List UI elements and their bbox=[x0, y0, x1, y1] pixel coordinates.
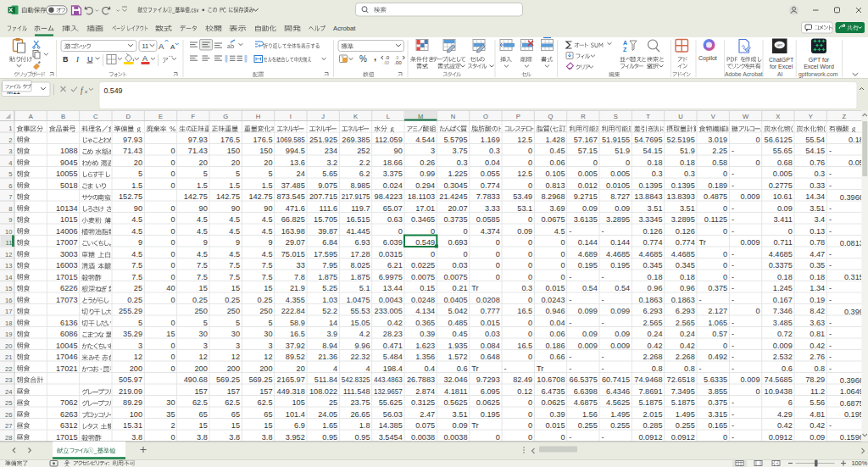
svg-text:2.565: 2.565 bbox=[676, 319, 695, 327]
svg-text:0: 0 bbox=[723, 433, 727, 442]
svg-text:6226: 6226 bbox=[60, 284, 77, 292]
svg-text:6.6398: 6.6398 bbox=[574, 387, 598, 396]
svg-text:0: 0 bbox=[626, 158, 630, 167]
svg-text:Tr: Tr bbox=[471, 364, 478, 373]
svg-text:5.1: 5.1 bbox=[359, 284, 370, 292]
svg-text:0.0912: 0.0912 bbox=[671, 433, 695, 442]
svg-text:108.022: 108.022 bbox=[309, 387, 337, 396]
svg-text:4.4685: 4.4685 bbox=[606, 250, 630, 259]
svg-text:-: - bbox=[732, 227, 734, 236]
svg-text:0.375: 0.375 bbox=[708, 398, 727, 407]
svg-text:0.144: 0.144 bbox=[610, 238, 630, 247]
svg-text:1.065: 1.065 bbox=[708, 319, 727, 327]
svg-text:0.1125: 0.1125 bbox=[704, 215, 727, 224]
svg-text:5: 5 bbox=[138, 319, 142, 327]
svg-text:4.5: 4.5 bbox=[229, 250, 240, 259]
svg-text:0.186: 0.186 bbox=[546, 342, 565, 350]
svg-text:0.39: 0.39 bbox=[420, 330, 435, 338]
svg-text:6136: 6136 bbox=[60, 319, 77, 327]
svg-text:0.015: 0.015 bbox=[546, 284, 565, 292]
svg-text:0.1863: 0.1863 bbox=[638, 296, 662, 304]
svg-text:1.5: 1.5 bbox=[131, 181, 142, 190]
svg-text:0.126: 0.126 bbox=[643, 227, 663, 236]
svg-text:4.81: 4.81 bbox=[810, 410, 825, 419]
svg-text:56.6125: 56.6125 bbox=[765, 136, 793, 144]
svg-text:60.7415: 60.7415 bbox=[602, 375, 630, 384]
svg-text:33: 33 bbox=[297, 261, 305, 270]
svg-text:4.47: 4.47 bbox=[810, 250, 825, 259]
svg-text:1.495: 1.495 bbox=[676, 410, 695, 419]
svg-text:-: - bbox=[829, 284, 832, 292]
svg-text:4.1811: 4.1811 bbox=[444, 387, 467, 396]
svg-text:0: 0 bbox=[496, 273, 500, 281]
svg-text:25: 25 bbox=[134, 284, 142, 292]
svg-text:13.8843: 13.8843 bbox=[634, 192, 662, 201]
svg-text:2.268: 2.268 bbox=[643, 353, 663, 361]
svg-text:4.6875: 4.6875 bbox=[574, 398, 598, 407]
svg-text:0.0075: 0.0075 bbox=[411, 273, 435, 281]
svg-text:-: - bbox=[732, 170, 734, 178]
svg-text:11.2: 11.2 bbox=[810, 387, 825, 396]
svg-text:15: 15 bbox=[264, 284, 272, 292]
svg-text:65: 65 bbox=[231, 410, 240, 419]
svg-text:21: 21 bbox=[5, 353, 12, 361]
svg-text:65: 65 bbox=[199, 410, 208, 419]
svg-text:255.29: 255.29 bbox=[119, 307, 142, 315]
svg-text:-: - bbox=[732, 215, 734, 224]
svg-text:3.6135: 3.6135 bbox=[574, 215, 598, 224]
svg-text:M: M bbox=[418, 113, 423, 120]
svg-text:15: 15 bbox=[166, 330, 175, 338]
svg-text:0: 0 bbox=[755, 307, 760, 315]
svg-text:W: W bbox=[743, 113, 749, 120]
svg-text:1: 1 bbox=[8, 125, 12, 132]
svg-text:1.65: 1.65 bbox=[322, 421, 337, 430]
svg-text:6.84: 6.84 bbox=[322, 238, 337, 247]
svg-text:-: - bbox=[602, 353, 604, 361]
svg-text:0.0225: 0.0225 bbox=[411, 261, 435, 270]
svg-text:0.009: 0.009 bbox=[610, 342, 630, 350]
svg-text:0: 0 bbox=[528, 250, 532, 259]
svg-text:0.294: 0.294 bbox=[415, 181, 435, 190]
svg-text:4.689: 4.689 bbox=[578, 250, 598, 259]
svg-text:29.07: 29.07 bbox=[286, 238, 305, 247]
svg-text:51.9: 51.9 bbox=[615, 147, 630, 155]
svg-text:3.51: 3.51 bbox=[648, 204, 663, 213]
svg-text:1.169: 1.169 bbox=[481, 136, 500, 144]
svg-text:0.3045: 0.3045 bbox=[443, 181, 467, 190]
svg-text:97.93: 97.93 bbox=[123, 136, 142, 144]
svg-text:8.94: 8.94 bbox=[322, 342, 337, 350]
svg-text:1015: 1015 bbox=[60, 215, 77, 224]
svg-text:0.2775: 0.2775 bbox=[769, 181, 793, 190]
svg-text:0: 0 bbox=[496, 433, 500, 442]
svg-text:0.009: 0.009 bbox=[578, 342, 598, 350]
svg-text:Z: Z bbox=[843, 113, 847, 120]
svg-text:0.18: 0.18 bbox=[680, 158, 695, 167]
svg-text:A: A bbox=[170, 43, 175, 51]
svg-text:90: 90 bbox=[394, 147, 403, 155]
svg-text:6086: 6086 bbox=[60, 330, 77, 338]
svg-text:250: 250 bbox=[227, 307, 240, 315]
svg-text:2.47: 2.47 bbox=[420, 410, 435, 419]
svg-text:0.96: 0.96 bbox=[648, 284, 663, 292]
svg-text:0.6875: 0.6875 bbox=[840, 399, 864, 408]
svg-text:0.26: 0.26 bbox=[420, 158, 435, 167]
svg-text:16.5: 16.5 bbox=[290, 330, 305, 338]
svg-text:994.5: 994.5 bbox=[286, 147, 305, 155]
svg-text:X: X bbox=[776, 113, 780, 120]
svg-text:142.75: 142.75 bbox=[216, 192, 240, 201]
svg-text:0.099: 0.099 bbox=[578, 307, 598, 315]
svg-text:4.4685: 4.4685 bbox=[671, 250, 695, 259]
svg-text:3: 3 bbox=[268, 342, 272, 350]
svg-text:0.375: 0.375 bbox=[708, 284, 727, 292]
svg-text:5018: 5018 bbox=[60, 181, 77, 190]
svg-text:0.0208: 0.0208 bbox=[476, 296, 500, 304]
svg-text:-: - bbox=[829, 296, 832, 304]
svg-text:0: 0 bbox=[723, 273, 727, 281]
svg-text:V: V bbox=[711, 113, 716, 120]
svg-text:0.04: 0.04 bbox=[550, 319, 565, 327]
svg-text:5.65: 5.65 bbox=[322, 170, 337, 178]
svg-text:0.42: 0.42 bbox=[387, 319, 403, 327]
svg-text:20: 20 bbox=[297, 364, 305, 373]
svg-text:0.0248: 0.0248 bbox=[411, 296, 435, 304]
svg-text:-: - bbox=[829, 227, 832, 236]
